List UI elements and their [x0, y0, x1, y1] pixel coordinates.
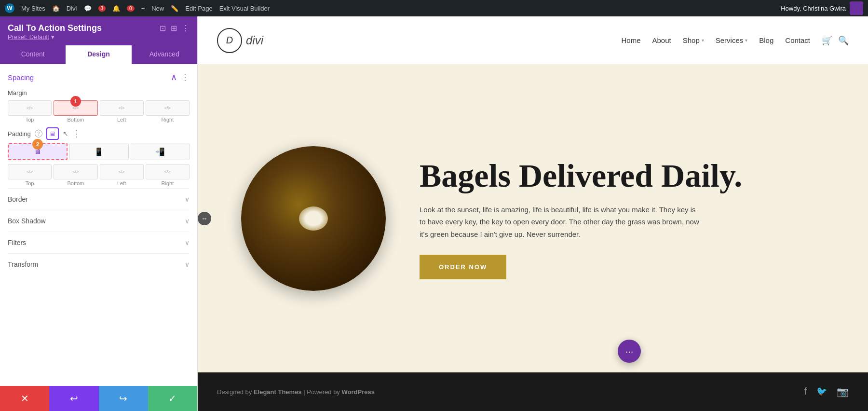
new-link[interactable]: New: [151, 5, 164, 12]
notif-count: 0: [127, 5, 135, 12]
undo-button[interactable]: ↩: [49, 386, 98, 411]
nav-blog[interactable]: Blog: [759, 36, 773, 44]
wordpress-icon[interactable]: W: [5, 3, 14, 13]
nav-services[interactable]: Services ▾: [716, 36, 748, 44]
device-desktop-btn[interactable]: 🖥: [46, 127, 59, 140]
transform-title: Transform: [8, 260, 38, 268]
logo-circle: D: [217, 28, 242, 53]
comment-count: 3: [98, 5, 106, 12]
panel-more-icon[interactable]: ⋮: [182, 24, 190, 33]
transform-arrow: ∨: [185, 260, 190, 268]
section-more-icon[interactable]: ⋮: [181, 72, 190, 82]
margin-left-box: </> Left: [100, 100, 144, 123]
services-chevron-icon: ▾: [745, 38, 747, 43]
save-button[interactable]: ✓: [148, 386, 197, 411]
border-arrow: ∨: [185, 195, 190, 203]
margin-right-input[interactable]: </>: [146, 100, 190, 116]
nav-home[interactable]: Home: [621, 36, 640, 44]
padding-top-label: Top: [26, 180, 34, 186]
tab-content[interactable]: Content: [0, 45, 66, 64]
main-layout: Call To Action Settings ⊡ ⊞ ⋮ Preset: De…: [0, 16, 868, 411]
spacing-section-header: Spacing ∧ ⋮: [8, 72, 190, 82]
help-icon[interactable]: ?: [35, 130, 42, 137]
margin-right-box: </> Right: [146, 100, 190, 123]
bagel-hole: [299, 206, 328, 231]
twitter-icon[interactable]: 🐦: [816, 386, 827, 397]
filters-section: Filters ∨: [8, 232, 190, 253]
transform-header[interactable]: Transform ∨: [8, 260, 190, 268]
my-sites-link[interactable]: My Sites: [21, 5, 45, 12]
padding-label: Padding: [8, 130, 31, 137]
device-tablet[interactable]: 📱: [69, 143, 128, 160]
margin-left-input[interactable]: </>: [100, 100, 144, 116]
padding-bottom-input[interactable]: </>: [54, 164, 97, 179]
margin-inputs: </> Top 1 </> Bottom </> Left: [8, 100, 190, 123]
nav-shop[interactable]: Shop ▾: [683, 36, 704, 44]
panel-actions: ✕ ↩ ↪ ✓: [0, 386, 197, 411]
box-shadow-header[interactable]: Box Shadow ∨: [8, 217, 190, 225]
pencil-icon: ✏️: [171, 5, 178, 12]
box-shadow-title: Box Shadow: [8, 217, 46, 225]
edit-page-link[interactable]: Edit Page: [185, 5, 212, 12]
filters-title: Filters: [8, 239, 26, 247]
footer-designed-by: Designed by: [217, 388, 252, 396]
facebook-icon[interactable]: f: [804, 386, 807, 397]
instagram-icon[interactable]: 📷: [837, 386, 849, 397]
margin-left-label: Left: [117, 117, 126, 123]
tab-design[interactable]: Design: [66, 45, 131, 64]
panel-preset[interactable]: Preset: Default ▾: [8, 33, 190, 41]
wp-bar-left: W My Sites 🏠 Divi 💬 3 🔔 0 + New ✏️ Edit …: [5, 3, 270, 13]
padding-more-icon[interactable]: ⋮: [72, 128, 81, 139]
panel-layout-icon[interactable]: ⊞: [171, 24, 177, 33]
margin-top-input[interactable]: </>: [8, 100, 52, 116]
plus-icon: +: [141, 5, 145, 12]
footer-elegant-themes: Elegant Themes: [254, 388, 302, 396]
cursor-icon[interactable]: ↖: [63, 130, 68, 137]
panel-resize-icon[interactable]: ⊡: [160, 24, 166, 33]
badge-1: 1: [70, 96, 81, 107]
wp-admin-bar: W My Sites 🏠 Divi 💬 3 🔔 0 + New ✏️ Edit …: [0, 0, 868, 16]
redo-button[interactable]: ↪: [99, 386, 148, 411]
divi-fab[interactable]: ···: [618, 340, 641, 363]
cart-icon[interactable]: 🛒: [822, 35, 832, 46]
panel-title: Call To Action Settings: [8, 23, 102, 33]
padding-bottom-label: Bottom: [67, 180, 84, 186]
padding-left-label: Left: [117, 180, 126, 186]
exit-builder-link[interactable]: Exit Visual Builder: [219, 5, 270, 12]
padding-inputs: </> Top </> Bottom </> Left: [8, 164, 190, 186]
hero-section: ↔ Bagels Delivered Daily. Look at the su…: [198, 65, 868, 372]
hero-content: Bagels Delivered Daily. Look at the suns…: [420, 158, 829, 279]
padding-left-input[interactable]: </>: [100, 164, 144, 179]
site-footer: Designed by Elegant Themes | Powered by …: [198, 372, 868, 411]
site-header: D divi Home About Shop ▾ Services ▾ Blog…: [198, 16, 868, 65]
padding-right-label: Right: [162, 180, 174, 186]
border-header[interactable]: Border ∨: [8, 195, 190, 203]
cta-button[interactable]: ORDER NOW: [420, 255, 506, 279]
search-icon[interactable]: 🔍: [838, 35, 849, 46]
wp-bar-right: Howdy, Christina Gwira: [781, 1, 863, 15]
filters-header[interactable]: Filters ∨: [8, 239, 190, 247]
nav-icons: 🛒 🔍: [822, 35, 849, 46]
tab-advanced[interactable]: Advanced: [132, 45, 197, 64]
margin-bottom-input[interactable]: 1 </>: [54, 100, 97, 116]
margin-bottom-label: Bottom: [67, 117, 84, 123]
panel-content: Spacing ∧ ⋮ Margin </> Top 1: [0, 64, 197, 386]
divi-link[interactable]: Divi: [67, 5, 77, 12]
resize-handle[interactable]: ↔: [198, 212, 211, 225]
nav-about[interactable]: About: [652, 36, 671, 44]
logo-text: divi: [246, 34, 263, 47]
footer-wordpress: WordPress: [342, 388, 375, 396]
padding-right-input[interactable]: </>: [146, 164, 190, 179]
collapse-icon[interactable]: ∧: [171, 72, 177, 82]
padding-top-input[interactable]: </>: [8, 164, 52, 179]
footer-credit: Designed by Elegant Themes | Powered by …: [217, 388, 375, 396]
device-mobile[interactable]: 📲: [131, 143, 190, 160]
shop-chevron-icon: ▾: [702, 38, 704, 43]
border-title: Border: [8, 195, 28, 203]
nav-contact[interactable]: Contact: [785, 36, 810, 44]
footer-social: f 🐦 📷: [804, 386, 849, 397]
hero-image-area: [236, 146, 391, 291]
cancel-button[interactable]: ✕: [0, 386, 49, 411]
device-desktop[interactable]: 2 🖥: [8, 143, 68, 160]
filters-arrow: ∨: [185, 239, 190, 247]
